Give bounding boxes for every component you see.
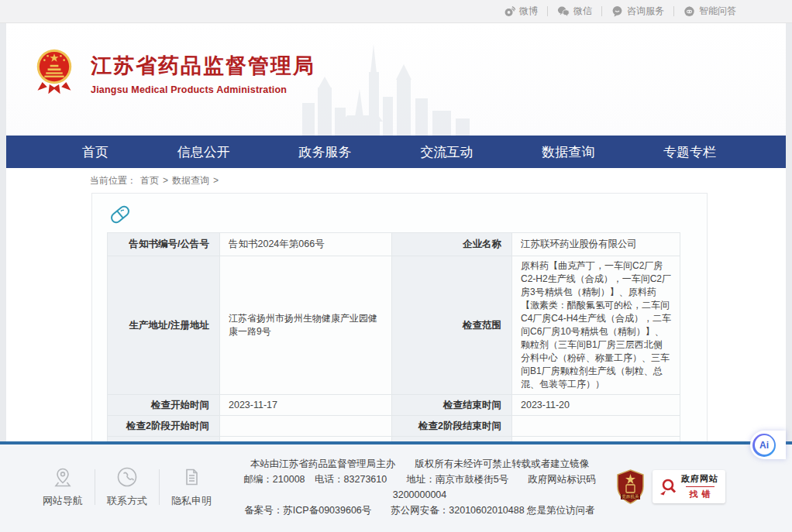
footer-link-privacy[interactable]: 隐私申明 xyxy=(160,466,223,508)
phone-icon xyxy=(116,466,138,488)
table-row: 检查开始时间 2023-11-17 检查结束时间 2023-11-20 xyxy=(108,395,680,416)
stage2-start-label: 检查2阶段开始时间 xyxy=(108,416,220,437)
footer-info: 本站由江苏省药品监督管理局主办 版权所有未经许可禁止转载或者建立镜像 邮编：21… xyxy=(223,456,616,518)
topbar-link-weibo[interactable]: 微博 xyxy=(494,5,547,18)
smart-qa-icon xyxy=(684,5,695,17)
main-nav: 首页 信息公开 政务服务 交流互动 数据查询 专题专栏 xyxy=(6,136,786,168)
footer-link-site-map[interactable]: 网站导航 xyxy=(31,466,95,508)
nav-item-data-query[interactable]: 数据查询 xyxy=(542,143,594,161)
end-date-label: 检查结束时间 xyxy=(392,395,512,416)
national-emblem-logo[interactable] xyxy=(36,49,72,98)
notice-no-value: 告知书2024年第066号 xyxy=(220,233,392,256)
footer-link-label: 联系方式 xyxy=(107,494,147,508)
company-value: 江苏联环药业股份有限公司 xyxy=(512,233,680,256)
breadcrumb-prefix: 当前位置： xyxy=(90,174,136,187)
footer-badges: 党政机关 政府网站 找错 xyxy=(616,469,725,504)
wechat-icon xyxy=(557,5,570,17)
nav-item-gov-services[interactable]: 政务服务 xyxy=(299,143,352,161)
nav-item-home[interactable]: 首页 xyxy=(82,143,108,161)
start-date-label: 检查开始时间 xyxy=(108,395,220,416)
document-icon xyxy=(181,466,202,488)
stage2-end-label: 检查2阶段结束时间 xyxy=(392,416,512,437)
footer-line-host: 本站由江苏省药品监督管理局主办 版权所有未经许可禁止转载或者建立镜像 xyxy=(223,456,616,472)
breadcrumb-separator: > xyxy=(213,175,219,186)
site-title: 江苏省药品监督管理局 xyxy=(91,52,315,80)
company-label: 企业名称 xyxy=(392,233,512,256)
footer-line-contact: 邮编：210008 电话：83273610 地址：南京市鼓楼街5号 政府网站标识… xyxy=(223,472,616,503)
address-label: 生产地址/注册地址 xyxy=(108,256,220,395)
notice-no-label: 告知书编号/公告号 xyxy=(108,233,220,256)
error-badge-line2: 找错 xyxy=(686,486,715,500)
footer-link-label: 网站导航 xyxy=(43,494,83,508)
site-title-block: 江苏省药品监督管理局 Jiangsu Medical Products Admi… xyxy=(91,52,315,95)
footer: 网站导航 联系方式 隐私申明 本站由江苏省药品监督管理局主办 版权所有未经许可禁… xyxy=(0,441,792,532)
nav-item-interaction[interactable]: 交流互动 xyxy=(420,143,473,161)
error-badge-text: 政府网站 找错 xyxy=(681,473,718,500)
ai-assistant-button[interactable]: Ai xyxy=(750,431,786,459)
ai-button-ring: Ai xyxy=(752,434,776,457)
address-value: 江苏省扬州市扬州生物健康产业园健康一路9号 xyxy=(220,256,392,395)
stage2-start-value xyxy=(220,416,392,437)
table-row: 告知书编号/公告号 告知书2024年第066号 企业名称 江苏联环药业股份有限公… xyxy=(108,233,680,256)
ai-button-label: Ai xyxy=(755,435,774,455)
topbar: 微博 微信 咨询服务 智能问答 xyxy=(0,0,792,23)
nav-item-info-disclosure[interactable]: 信息公开 xyxy=(177,143,230,161)
magnifier-icon xyxy=(659,478,677,496)
breadcrumb-data-query-link[interactable]: 数据查询 xyxy=(172,174,209,187)
gov-site-error-report-badge[interactable]: 政府网站 找错 xyxy=(653,470,725,503)
topbar-link-label: 智能问答 xyxy=(699,5,736,18)
topbar-link-consult[interactable]: 咨询服务 xyxy=(602,5,673,18)
site-subtitle: Jiangsu Medical Products Administration xyxy=(91,84,315,95)
capsule-icon xyxy=(108,203,132,226)
topbar-link-wechat[interactable]: 微信 xyxy=(548,5,601,18)
scope-label: 检查范围 xyxy=(392,256,512,395)
error-badge-line1: 政府网站 xyxy=(681,473,718,485)
table-row: 生产地址/注册地址 江苏省扬州市扬州生物健康产业园健康一路9号 检查范围 原料药… xyxy=(108,256,680,395)
footer-link-contact[interactable]: 联系方式 xyxy=(95,466,159,508)
topbar-link-label: 微信 xyxy=(573,5,592,18)
topbar-link-label: 咨询服务 xyxy=(627,5,664,18)
start-date-value: 2023-11-17 xyxy=(220,395,392,416)
site-header: 江苏省药品监督管理局 Jiangsu Medical Products Admi… xyxy=(6,23,786,136)
weibo-icon xyxy=(504,5,515,17)
stage2-end-value xyxy=(512,416,680,437)
table-row: 检查2阶段开始时间 检查2阶段结束时间 xyxy=(108,416,680,437)
main-content: 当前位置： 首页 > 数据查询 > 告知书编号/公告号 xyxy=(6,168,786,441)
scope-value: 原料药【曲克芦丁，一车间C2厂房C2-H2生产线（合成），一车间C2厂房3号精烘… xyxy=(512,256,680,395)
party-gov-badge[interactable]: 党政机关 xyxy=(616,469,645,504)
page-container: 江苏省药品监督管理局 Jiangsu Medical Products Admi… xyxy=(6,23,786,441)
svg-text:党政机关: 党政机关 xyxy=(622,494,639,499)
map-pin-icon xyxy=(52,466,74,488)
topbar-link-smart-qa[interactable]: 智能问答 xyxy=(674,5,746,18)
footer-link-label: 隐私申明 xyxy=(171,494,212,508)
topbar-link-label: 微博 xyxy=(519,5,538,18)
breadcrumb-home-link[interactable]: 首页 xyxy=(140,174,159,187)
nav-item-special-topics[interactable]: 专题专栏 xyxy=(663,143,716,161)
consult-service-icon xyxy=(611,5,623,17)
breadcrumb-separator: > xyxy=(163,175,168,186)
footer-quick-links: 网站导航 联系方式 隐私申明 xyxy=(31,466,223,508)
end-date-value: 2023-11-20 xyxy=(512,395,680,416)
footer-line-icp: 备案号：苏ICP备09039606号 苏公网安备：32010602010488 … xyxy=(223,503,616,518)
breadcrumb: 当前位置： 首页 > 数据查询 > xyxy=(6,168,786,193)
